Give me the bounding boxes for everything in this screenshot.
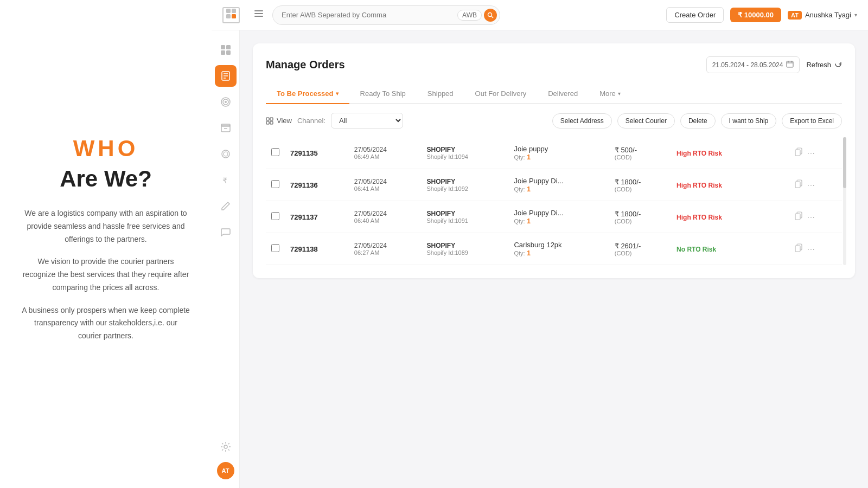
sidebar-item-dashboard[interactable] [215,39,237,61]
order-product: Joie Puppy Di... [514,177,603,185]
order-actions-cell: ··· [789,201,842,233]
qty-label: Qty: [514,186,525,192]
order-actions-cell: ··· [789,233,842,265]
order-actions-cell: ··· [789,137,842,169]
qty-label: Qty: [514,218,525,224]
user-at-badge: AT [788,11,802,20]
tab-ready-to-ship-label: Ready To Ship [360,89,406,98]
row-checkbox[interactable] [271,180,279,188]
brand-are-we: Are We? [60,166,152,192]
tab-ready-to-ship[interactable]: Ready To Ship [349,84,417,104]
order-product: Joie Puppy Di... [514,209,603,217]
order-rto-cell: No RTO Risk [671,233,789,265]
sidebar-item-target[interactable] [215,91,237,113]
order-shopify-id: Shopify Id:1092 [426,185,503,192]
order-payment: (COD) [615,218,666,224]
order-product: Carlsburg 12pk [514,241,603,249]
row-checkbox[interactable] [271,212,279,220]
more-icon[interactable]: ··· [807,149,815,157]
order-price: ₹ 1800/- [615,210,666,218]
sidebar-item-rupee[interactable]: ₹ [215,169,237,191]
main-layout: ₹ [212,30,868,488]
delete-button[interactable]: Delete [680,113,716,129]
channel-select[interactable]: All Shopify WooCommerce [331,113,403,129]
awb-label: AWB [457,10,482,21]
scrollbar[interactable] [843,137,846,265]
tab-delivered[interactable]: Delivered [537,84,589,104]
balance-button[interactable]: ₹ 10000.00 [730,8,781,22]
copy-icon[interactable] [794,243,803,254]
sidebar-toggle-button[interactable] [252,7,266,23]
sidebar-item-settings[interactable] [215,436,237,458]
order-channel: SHOPIFY [426,242,503,249]
sidebar-item-chat[interactable] [215,221,237,243]
table-row: 7291137 27/05/2024 06:40 AM SHOPIFY Shop… [266,201,842,233]
order-id: 7291136 [290,181,343,189]
more-icon[interactable]: ··· [807,181,815,189]
row-checkbox-cell[interactable] [266,169,285,201]
order-id-cell: 7291138 [285,233,349,265]
svg-point-24 [224,152,228,156]
orders-table-wrapper: 7291135 27/05/2024 06:49 AM SHOPIFY Shop… [266,137,842,265]
row-icons: ··· [794,243,837,254]
svg-rect-42 [795,246,800,252]
sidebar-item-edit[interactable] [215,195,237,217]
row-checkbox-cell[interactable] [266,233,285,265]
svg-rect-6 [254,16,263,17]
tab-out-for-delivery[interactable]: Out For Delivery [464,84,538,104]
order-shopify-id: Shopify Id:1091 [426,217,503,224]
brand-desc-1: We are a logistics company with an aspir… [22,207,190,246]
svg-rect-12 [226,50,231,55]
svg-point-23 [222,150,229,158]
svg-rect-38 [795,182,800,188]
copy-icon[interactable] [794,147,803,158]
more-icon[interactable]: ··· [807,245,815,253]
date-range[interactable]: 21.05.2024 - 28.05.2024 [706,56,800,73]
search-orange-icon [484,9,497,22]
order-id: 7291137 [290,213,343,221]
refresh-button[interactable]: Refresh [806,60,842,69]
order-rto-cell: High RTO Risk [671,169,789,201]
copy-icon[interactable] [794,179,803,190]
view-button[interactable]: View [266,117,292,125]
qty-value: 1 [527,249,531,257]
row-checkbox[interactable] [271,148,279,156]
select-address-button[interactable]: Select Address [552,113,612,129]
row-checkbox-cell[interactable] [266,201,285,233]
order-date-cell: 27/05/2024 06:49 AM [349,137,422,169]
order-time: 06:27 AM [354,249,416,256]
row-checkbox[interactable] [271,244,279,252]
i-want-to-ship-button[interactable]: I want to Ship [721,113,777,129]
order-channel-cell: SHOPIFY Shopify Id:1091 [421,201,508,233]
user-chevron-down-icon: ▾ [854,12,857,18]
sidebar-item-orders[interactable] [215,65,237,87]
tab-shipped[interactable]: Shipped [417,84,464,104]
more-icon[interactable]: ··· [807,213,815,221]
order-channel: SHOPIFY [426,178,503,185]
search-wrapper: AWB [272,5,500,25]
calendar-icon [786,60,794,69]
sidebar-item-coins[interactable] [215,143,237,165]
brand-desc-3: A business only prospers when we keep co… [22,304,190,343]
tab-to-be-processed[interactable]: To Be Processed ▾ [266,84,349,104]
tab-more[interactable]: More ▾ [589,84,631,104]
order-product: Joie puppy [514,145,603,153]
copy-icon[interactable] [794,211,803,222]
order-id-cell: 7291136 [285,169,349,201]
order-payment: (COD) [615,186,666,192]
create-order-button[interactable]: Create Order [666,7,724,23]
refresh-label: Refresh [806,61,831,69]
order-qty: Qty: 1 [514,249,603,257]
export-to-excel-button[interactable]: Export to Excel [782,113,842,129]
brand-who: WHO [73,136,139,162]
rto-badge: High RTO Risk [676,214,722,221]
row-checkbox-cell[interactable] [266,137,285,169]
user-menu[interactable]: AT Anushka Tyagi ▾ [788,11,857,20]
svg-rect-3 [232,14,236,18]
svg-rect-5 [254,13,263,14]
select-courier-button[interactable]: Select Courier [617,113,675,129]
table-row: 7291136 27/05/2024 06:41 AM SHOPIFY Shop… [266,169,842,201]
svg-rect-11 [221,50,225,55]
sidebar-item-archive[interactable] [215,117,237,139]
order-product-cell: Joie puppy Qty: 1 [508,137,609,169]
